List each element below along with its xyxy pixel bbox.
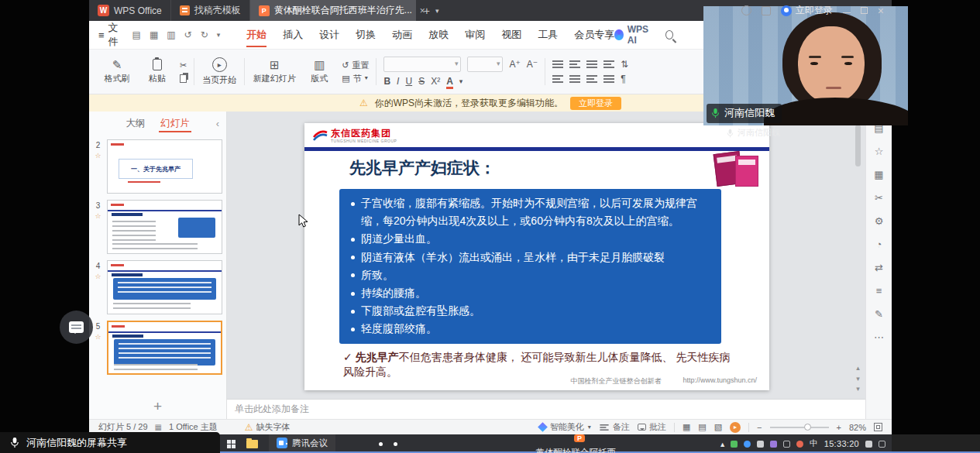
tab-list-caret-icon[interactable]: ▾ (435, 7, 439, 15)
slide-title[interactable]: 先兆早产产妇症状： (349, 157, 496, 179)
animation-star-icon[interactable]: ☆ (95, 152, 101, 160)
settings-icon[interactable] (762, 6, 771, 15)
decrease-indent-icon[interactable] (586, 60, 597, 68)
reading-view-icon[interactable]: ▧ (714, 422, 722, 432)
screen-share-banner[interactable]: 河南信阳魏的屏幕共享 (0, 432, 220, 453)
section-button[interactable]: ▤ 节 ▾ (342, 74, 369, 83)
numbered-list-icon[interactable] (569, 60, 580, 68)
slide-thumbnail-4[interactable]: 4 ☆ (91, 260, 222, 314)
save-icon[interactable]: ▤ (132, 29, 141, 40)
tab-review[interactable]: 审阅 (465, 21, 485, 49)
thumbnail-preview[interactable] (107, 260, 222, 314)
superscript-button[interactable]: X² (431, 76, 440, 87)
increase-indent-icon[interactable] (603, 60, 614, 68)
format-painter-button[interactable]: ✎ 格式刷 (99, 59, 135, 84)
help-icon[interactable] (741, 5, 751, 15)
smart-beautify-button[interactable]: 智能美化 ▾ (539, 421, 591, 433)
notice-login-button[interactable]: 立即登录 (570, 97, 621, 110)
fullscreen-icon[interactable] (874, 423, 882, 431)
increase-font-button[interactable]: A⁺ (509, 59, 520, 70)
thumbnail-preview[interactable] (107, 200, 222, 254)
tab-view[interactable]: 视图 (501, 21, 521, 49)
slides-tab[interactable]: 幻灯片 (160, 112, 190, 135)
tab-transition[interactable]: 切换 (356, 21, 376, 49)
font-color-button[interactable]: A (446, 76, 453, 87)
current-slide[interactable]: 东信医药集团 TUNGSHUN MEDICINE GROUP 先兆早产产妇症状：… (304, 123, 769, 390)
tab-member[interactable]: 会员专享 (574, 21, 614, 49)
paste-button[interactable]: 粘贴 (139, 59, 175, 84)
animation-star-icon[interactable]: ☆ (95, 273, 101, 280)
tab-tools[interactable]: 工具 (538, 21, 558, 49)
maximize-button[interactable] (861, 7, 868, 14)
font-name-combobox[interactable]: ▾ (383, 57, 461, 72)
export-icon[interactable]: ▥ (167, 29, 175, 40)
search-icon[interactable] (665, 30, 673, 39)
wps-ai-button[interactable]: WPS AI (614, 24, 654, 46)
line-spacing-icon[interactable]: ⇅ (621, 59, 628, 70)
layout-button[interactable]: ▥ 版式 (301, 59, 337, 84)
outline-panel-icon[interactable]: ≡ (876, 285, 882, 297)
quick-access-caret-icon[interactable]: ▾ (217, 31, 221, 39)
taskbar-wps-app[interactable]: P 黄体酮栓联合阿托西... (178, 434, 980, 453)
minimize-button[interactable] (843, 12, 851, 13)
settings-gear-icon[interactable]: ⚙ (875, 215, 884, 227)
slideshow-play-button[interactable]: ▸ (730, 422, 741, 433)
slide-thumbnail-3[interactable]: 3 ☆ (91, 200, 222, 254)
slide-canvas[interactable]: 东信医药集团 TUNGSHUN MEDICINE GROUP 先兆早产产妇症状：… (227, 112, 865, 399)
file-menu[interactable]: ≡ 文件 (98, 21, 125, 49)
thumbnail-preview[interactable] (107, 321, 222, 375)
presenter-webcam-video[interactable]: 河南信阳魏 (703, 6, 908, 125)
align-right-icon[interactable] (586, 75, 597, 83)
summary-note[interactable]: ✓ 先兆早产不但危害患者身体健康， 还可能导致新生儿体质量降低、 先天性疾病风险… (343, 350, 734, 379)
collapse-panel-icon[interactable]: ‹ (216, 118, 219, 129)
italic-button[interactable]: I (397, 76, 399, 87)
notes-placeholder[interactable]: 单击此处添加备注 (227, 399, 865, 419)
print-icon[interactable]: ▦ (150, 29, 158, 40)
login-button[interactable]: 立即登录 (781, 4, 833, 17)
layout-panel-icon[interactable]: ▦ (874, 169, 883, 180)
undo-icon[interactable]: ↺ (184, 29, 192, 40)
comments-toggle-button[interactable]: 批注 (638, 421, 666, 433)
new-tab-button[interactable]: + (424, 5, 430, 17)
sorter-view-icon[interactable]: ▤ (698, 422, 706, 432)
normal-view-icon[interactable]: ▦ (683, 422, 690, 432)
close-window-button[interactable]: × (878, 5, 884, 17)
paragraph-mark-icon[interactable]: ¶ (621, 74, 625, 84)
slide-thumbnail-5-selected[interactable]: 5 ☆ (91, 321, 222, 375)
missing-font-warning[interactable]: ⚠ 缺失字体 (245, 421, 291, 433)
bold-button[interactable]: B (383, 76, 390, 87)
presentation-doc-tab[interactable]: P 黄体酮栓联合阿托西班半治疗先... × (249, 0, 416, 21)
more-panels-icon[interactable]: ⋯ (874, 331, 884, 343)
zoom-percent[interactable]: 82% (849, 423, 866, 432)
meeting-chat-bubble-button[interactable] (60, 311, 93, 344)
notes-toggle-button[interactable]: 备注 (599, 421, 630, 433)
previous-slide-icon[interactable]: ▴ (856, 364, 860, 372)
animation-star-icon[interactable]: ☆ (95, 212, 101, 220)
template-doc-tab[interactable]: 找稿壳模板 (170, 0, 249, 21)
redo-icon[interactable]: ↻ (201, 29, 208, 40)
edit-panel-icon[interactable]: ✎ (875, 308, 883, 320)
copy-button[interactable] (180, 74, 187, 83)
vertical-scrollbar[interactable]: ▴ ▴ ▾ ▾ (853, 114, 863, 393)
clip-icon[interactable]: ✂ (875, 192, 883, 204)
cut-button[interactable]: ✂ (180, 61, 187, 70)
tab-design[interactable]: 设计 (319, 21, 339, 49)
bullet-list-icon[interactable] (552, 60, 563, 68)
transition-panel-icon[interactable]: ⇄ (875, 262, 883, 273)
next-slide-icon[interactable]: ▾ (856, 375, 860, 383)
zoom-out-button[interactable]: − (757, 423, 762, 432)
new-slide-button[interactable]: ⊞ 新建幻灯片 (252, 59, 297, 84)
reset-button[interactable]: ↺ 重置 (342, 61, 369, 70)
tab-home[interactable]: 开始 (246, 21, 266, 49)
tab-animation[interactable]: 动画 (392, 21, 412, 49)
decrease-font-button[interactable]: A⁻ (527, 59, 538, 70)
align-center-icon[interactable] (569, 75, 580, 83)
scroll-down-icon[interactable]: ▾ (856, 385, 860, 393)
underline-button[interactable]: U (405, 76, 412, 87)
zoom-in-button[interactable]: + (837, 423, 841, 432)
wps-home-tab[interactable]: W WPS Office (89, 0, 170, 21)
strikethrough-button[interactable]: S (418, 76, 425, 87)
tab-insert[interactable]: 插入 (283, 21, 303, 49)
thumbnail-preview[interactable]: 一、关于先兆早产 (107, 139, 222, 194)
symptom-text-box[interactable]: 子宫收缩，腹部有紧缩感。开始时为不规则宫缩，以后可发展为规律宫缩，每20分钟内出… (339, 189, 721, 344)
